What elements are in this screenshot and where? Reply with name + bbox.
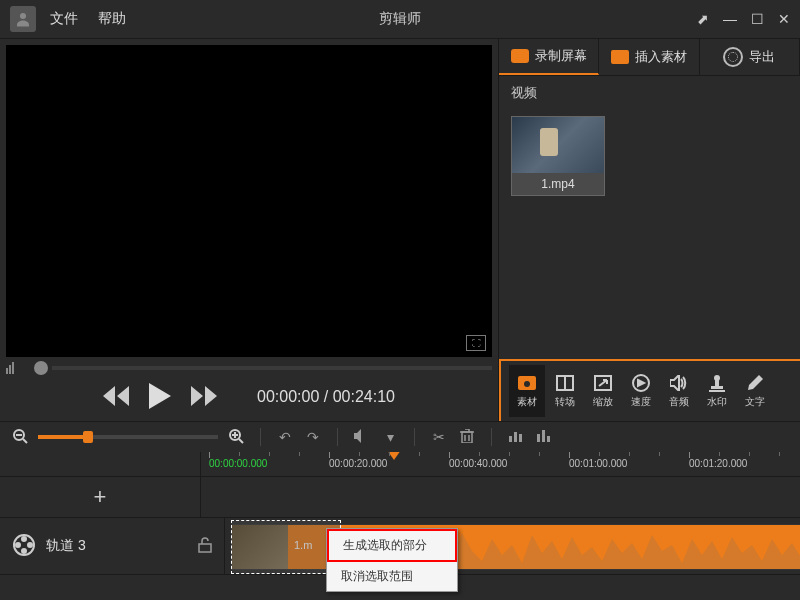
svg-point-26 bbox=[16, 543, 20, 547]
undo-button[interactable]: ↶ bbox=[275, 429, 295, 445]
tab-insert[interactable]: 插入素材 bbox=[599, 39, 699, 75]
tab-export[interactable]: 导出 bbox=[700, 39, 800, 75]
play-button[interactable] bbox=[149, 383, 171, 412]
svg-rect-16 bbox=[509, 436, 512, 442]
svg-point-5 bbox=[524, 381, 530, 387]
zoom-control bbox=[10, 428, 246, 447]
app-title: 剪辑师 bbox=[379, 10, 421, 28]
close-button[interactable]: ✕ bbox=[778, 11, 790, 27]
progress-track[interactable] bbox=[52, 366, 492, 370]
tool-material[interactable]: 素材 bbox=[509, 365, 545, 417]
eq-button-2[interactable] bbox=[534, 429, 554, 445]
thumbnail-image bbox=[512, 117, 604, 173]
tool-transition[interactable]: 转场 bbox=[547, 365, 583, 417]
tool-watermark[interactable]: 水印 bbox=[699, 365, 735, 417]
tool-strip: 素材 转场 缩放 速度 音频 水印 文字 bbox=[499, 359, 800, 421]
speed-icon bbox=[632, 373, 650, 393]
user-avatar[interactable] bbox=[10, 6, 36, 32]
playback-time: 00:00:00 / 00:24:10 bbox=[257, 388, 395, 406]
svg-rect-19 bbox=[537, 434, 540, 442]
delete-button[interactable] bbox=[457, 429, 477, 446]
track-content[interactable]: 1.m bbox=[225, 518, 800, 574]
timeline-toolbar: ↶ ↷ ▾ ✂ bbox=[0, 421, 800, 452]
zoom-in-button[interactable] bbox=[226, 428, 246, 447]
track-label: 轨道 3 bbox=[46, 537, 86, 555]
playback-controls: 00:00:00 / 00:24:10 bbox=[0, 373, 498, 421]
svg-rect-20 bbox=[542, 430, 545, 442]
add-track-row: + bbox=[0, 477, 800, 518]
svg-rect-11 bbox=[711, 386, 723, 389]
eq-button-1[interactable] bbox=[506, 429, 526, 445]
svg-rect-18 bbox=[519, 434, 522, 442]
ctx-cancel-selection[interactable]: 取消选取范围 bbox=[327, 562, 457, 591]
media-thumbnail[interactable]: 1.mp4 bbox=[511, 116, 605, 196]
zoom-out-button[interactable] bbox=[10, 428, 30, 447]
pencil-icon bbox=[747, 373, 763, 393]
tab-record[interactable]: 录制屏幕 bbox=[499, 39, 599, 75]
window-controls: ⬈ — ☐ ✕ bbox=[697, 11, 790, 27]
media-list: 1.mp4 bbox=[499, 110, 800, 202]
thumbnail-label: 1.mp4 bbox=[512, 173, 604, 195]
svg-rect-10 bbox=[715, 380, 719, 386]
right-panel: 录制屏幕 插入素材 导出 视频 1.mp4 素材 转场 缩放 速度 音频 水印 … bbox=[498, 39, 800, 421]
rewind-button[interactable] bbox=[103, 386, 129, 409]
preview-progress[interactable] bbox=[6, 363, 492, 373]
camera-tool-icon bbox=[518, 373, 536, 393]
fullscreen-icon[interactable]: ⛶ bbox=[466, 335, 486, 351]
tool-audio[interactable]: 音频 bbox=[661, 365, 697, 417]
marker-button[interactable]: ▾ bbox=[380, 429, 400, 445]
speaker-icon bbox=[670, 373, 688, 393]
svg-point-0 bbox=[20, 13, 26, 19]
zoom-icon bbox=[594, 373, 612, 393]
timeline-ruler[interactable]: 00:00:00.000 00:00:20.000 00:00:40.000 0… bbox=[0, 452, 800, 477]
zoom-handle[interactable] bbox=[83, 431, 93, 443]
svg-point-24 bbox=[28, 543, 32, 547]
menu-help[interactable]: 帮助 bbox=[98, 10, 126, 28]
svg-rect-15 bbox=[462, 432, 472, 443]
menu-file[interactable]: 文件 bbox=[50, 10, 78, 28]
transition-icon bbox=[556, 373, 574, 393]
ctx-generate-selection[interactable]: 生成选取的部分 bbox=[327, 529, 457, 562]
reel-icon bbox=[723, 47, 743, 67]
svg-rect-12 bbox=[709, 390, 725, 392]
svg-rect-27 bbox=[199, 544, 211, 552]
selection-range[interactable] bbox=[231, 520, 341, 574]
timeline: 00:00:00.000 00:00:20.000 00:00:40.000 0… bbox=[0, 452, 800, 600]
minimize-button[interactable]: — bbox=[723, 11, 737, 27]
film-icon bbox=[12, 533, 36, 560]
tool-zoom[interactable]: 缩放 bbox=[585, 365, 621, 417]
track-header: 轨道 3 bbox=[0, 518, 225, 574]
tick-start: 00:00:00.000 bbox=[209, 458, 267, 469]
context-menu: 生成选取的部分 取消选取范围 bbox=[326, 528, 458, 592]
folder-icon bbox=[611, 50, 629, 64]
right-tabs: 录制屏幕 插入素材 导出 bbox=[499, 39, 800, 76]
stamp-icon bbox=[709, 373, 725, 393]
svg-point-23 bbox=[22, 537, 26, 541]
main-menu: 文件 帮助 bbox=[50, 10, 126, 28]
tool-speed[interactable]: 速度 bbox=[623, 365, 659, 417]
redo-button[interactable]: ↷ bbox=[303, 429, 323, 445]
lock-icon[interactable] bbox=[198, 537, 212, 556]
section-video-header: 视频 bbox=[499, 76, 800, 110]
camera-icon bbox=[511, 49, 529, 63]
ruler-ticks: 00:00:00.000 00:00:20.000 00:00:40.000 0… bbox=[201, 452, 800, 476]
preview-panel: ⛶ 00:00:00 / 00:24:10 bbox=[0, 39, 498, 421]
cut-button[interactable]: ✂ bbox=[429, 429, 449, 445]
maximize-button[interactable]: ☐ bbox=[751, 11, 764, 27]
add-track-button[interactable]: + bbox=[0, 477, 201, 517]
svg-rect-17 bbox=[514, 432, 517, 442]
video-preview[interactable]: ⛶ bbox=[6, 45, 492, 357]
mute-button[interactable] bbox=[352, 429, 372, 446]
zoom-slider[interactable] bbox=[38, 435, 218, 439]
main-area: ⛶ 00:00:00 / 00:24:10 录制屏幕 插入素材 导出 视频 1.… bbox=[0, 39, 800, 421]
forward-button[interactable] bbox=[191, 386, 217, 409]
title-bar: 文件 帮助 剪辑师 ⬈ — ☐ ✕ bbox=[0, 0, 800, 39]
expand-icon[interactable]: ⬈ bbox=[697, 11, 709, 27]
svg-point-25 bbox=[22, 549, 26, 553]
svg-rect-21 bbox=[547, 436, 550, 442]
tool-text[interactable]: 文字 bbox=[737, 365, 773, 417]
